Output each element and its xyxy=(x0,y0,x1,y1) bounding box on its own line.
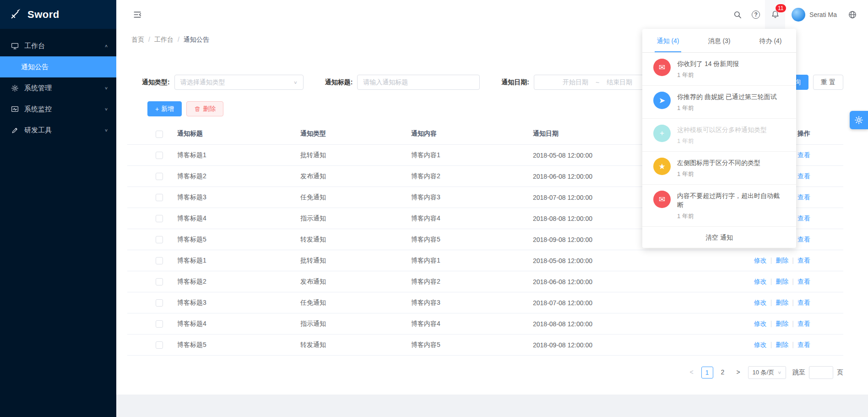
action-edit-link[interactable]: 修改 xyxy=(754,341,767,348)
action-view-link[interactable]: 查看 xyxy=(797,257,810,264)
cell-notice-content: 博客内容5 xyxy=(411,236,533,244)
notice-title-label: 通知标题: xyxy=(325,78,353,87)
action-view-link[interactable]: 查看 xyxy=(797,320,810,327)
help-icon[interactable]: ? xyxy=(747,0,765,29)
breadcrumb-home[interactable]: 首页 xyxy=(131,36,154,44)
clear-notifications-button[interactable]: 清空 通知 xyxy=(642,227,796,248)
breadcrumb-workbench[interactable]: 工作台 xyxy=(154,36,184,44)
row-checkbox[interactable] xyxy=(156,299,163,307)
notification-item[interactable]: ➤你推荐的 曲妮妮 已通过第三轮面试1 年前 xyxy=(642,86,796,119)
action-edit-link[interactable]: 修改 xyxy=(754,257,767,264)
notification-item[interactable]: +这种模板可以区分多种通知类型1 年前 xyxy=(642,119,796,152)
row-checkbox[interactable] xyxy=(156,278,163,285)
page-button-2[interactable]: 2 xyxy=(717,367,729,379)
notification-title: 你收到了 14 份新周报 xyxy=(677,59,739,68)
notifications-bell[interactable]: 11 xyxy=(765,0,785,29)
notification-item[interactable]: ✉内容不要超过两行字，超出时自动截断1 年前 xyxy=(642,185,796,227)
select-all-checkbox[interactable] xyxy=(156,131,163,138)
action-view-link[interactable]: 查看 xyxy=(797,236,810,243)
search-icon[interactable] xyxy=(728,0,747,29)
notification-tab-1[interactable]: 消息 (3) xyxy=(694,29,745,52)
table-row: 博客标题4指示通知博客内容42018-08-08 12:00:00修改|删除|查… xyxy=(127,313,843,335)
cell-notice-content: 博客内容2 xyxy=(411,278,533,286)
action-edit-link[interactable]: 修改 xyxy=(754,278,767,285)
action-view-link[interactable]: 查看 xyxy=(797,214,810,222)
row-checkbox[interactable] xyxy=(156,341,163,349)
delete-button[interactable]: 删除 xyxy=(186,101,223,116)
settings-fab-button[interactable] xyxy=(850,111,868,129)
action-view-link[interactable]: 查看 xyxy=(797,172,810,180)
cell-notice-date: 2018-08-08 12:00:00 xyxy=(533,320,670,328)
reset-button[interactable]: 重 置 xyxy=(813,75,843,90)
row-checkbox[interactable] xyxy=(156,173,163,180)
action-edit-link[interactable]: 修改 xyxy=(754,320,767,327)
row-checkbox[interactable] xyxy=(156,152,163,159)
action-view-link[interactable]: 查看 xyxy=(797,341,810,348)
action-view-link[interactable]: 查看 xyxy=(797,278,810,285)
notification-item[interactable]: ★左侧图标用于区分不同的类型1 年前 xyxy=(642,152,796,185)
cell-notice-date: 2018-07-08 12:00:00 xyxy=(533,299,670,307)
page-button-1[interactable]: 1 xyxy=(701,367,713,379)
page-size-select[interactable]: 10 条/页 ∨ xyxy=(748,366,786,379)
notification-badge: 11 xyxy=(776,4,786,12)
notification-tab-0[interactable]: 通知 (4) xyxy=(642,29,694,52)
cell-notice-content: 博客内容3 xyxy=(411,193,533,202)
action-delete-link[interactable]: 删除 xyxy=(776,341,788,348)
cell-notice-title: 博客标题3 xyxy=(177,193,300,202)
sidebar-item-workbench[interactable]: 工作台∧ xyxy=(0,35,116,56)
action-delete-link[interactable]: 删除 xyxy=(776,278,788,285)
user-menu[interactable]: Serati Ma xyxy=(785,0,843,29)
plus-icon: + xyxy=(155,105,159,113)
menu-fold-icon[interactable] xyxy=(128,0,146,29)
sidebar-menu: 工作台∧通知公告系统管理∨系统监控∨研发工具∨ xyxy=(0,29,116,141)
jump-page-input[interactable] xyxy=(809,366,833,379)
sidebar-item-system-monitor[interactable]: 系统监控∨ xyxy=(0,99,116,120)
monitor-pulse-icon xyxy=(11,105,19,113)
table-row: 博客标题3任免通知博客内容32018-07-08 12:00:00修改|删除|查… xyxy=(127,292,843,313)
notice-type-select[interactable]: 请选择通知类型 ∨ xyxy=(174,75,304,90)
sidebar: Sword 工作台∧通知公告系统管理∨系统监控∨研发工具∨ xyxy=(0,0,116,417)
notification-item[interactable]: ✉你收到了 14 份新周报1 年前 xyxy=(642,53,796,86)
language-globe-icon[interactable] xyxy=(843,0,862,29)
cell-notice-content: 博客内容1 xyxy=(411,151,533,159)
cell-notice-type: 发布通知 xyxy=(300,172,411,181)
action-view-link[interactable]: 查看 xyxy=(797,151,810,159)
action-separator: | xyxy=(792,278,794,285)
chevron-down-icon: ∨ xyxy=(777,370,781,375)
row-checkbox[interactable] xyxy=(156,236,163,243)
action-delete-link[interactable]: 删除 xyxy=(776,299,788,306)
sidebar-item-dev-tools[interactable]: 研发工具∨ xyxy=(0,120,116,141)
action-delete-link[interactable]: 删除 xyxy=(776,320,788,327)
tools-icon xyxy=(11,126,19,134)
row-checkbox[interactable] xyxy=(156,194,163,201)
notice-title-input[interactable]: 请输入通知标题 xyxy=(357,75,480,90)
row-checkbox[interactable] xyxy=(156,257,163,264)
action-separator: | xyxy=(770,257,772,264)
prev-page-icon[interactable]: < xyxy=(686,367,698,379)
breadcrumb-current: 通知公告 xyxy=(184,36,209,44)
cell-notice-type: 批转通知 xyxy=(300,257,411,265)
cell-notice-type: 转发通知 xyxy=(300,236,411,244)
next-page-icon[interactable]: > xyxy=(732,367,744,379)
cell-notice-type: 批转通知 xyxy=(300,151,411,159)
action-edit-link[interactable]: 修改 xyxy=(754,299,767,306)
trash-icon xyxy=(194,106,201,112)
plane-icon: ➤ xyxy=(653,92,671,109)
action-delete-link[interactable]: 删除 xyxy=(776,257,788,264)
action-view-link[interactable]: 查看 xyxy=(797,193,810,201)
notification-title: 你推荐的 曲妮妮 已通过第三轮面试 xyxy=(677,92,777,101)
topbar: ? 11 Serati Ma xyxy=(116,0,868,29)
action-view-link[interactable]: 查看 xyxy=(797,299,810,306)
add-button[interactable]: + 新增 xyxy=(147,101,182,116)
sidebar-item-system-management[interactable]: 系统管理∨ xyxy=(0,77,116,99)
notification-time: 1 年前 xyxy=(677,170,760,178)
notification-title: 这种模板可以区分多种通知类型 xyxy=(677,125,767,134)
row-checkbox[interactable] xyxy=(156,215,163,222)
sidebar-item-label: 工作台 xyxy=(24,42,104,50)
logo[interactable]: Sword xyxy=(0,0,116,29)
action-separator: | xyxy=(770,299,772,306)
row-checkbox[interactable] xyxy=(156,320,163,328)
cell-notice-title: 博客标题1 xyxy=(177,151,300,159)
notification-tab-2[interactable]: 待办 (4) xyxy=(745,29,796,52)
sidebar-subitem-notice[interactable]: 通知公告 xyxy=(0,56,116,77)
